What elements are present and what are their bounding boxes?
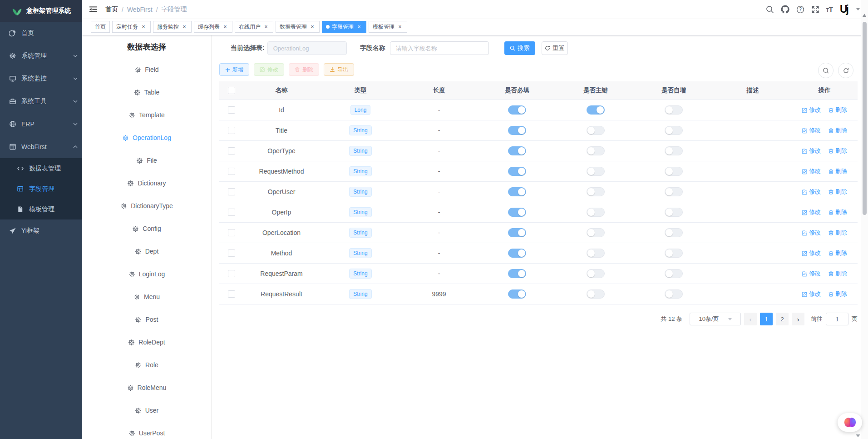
tree-item-loginlog[interactable]: LoginLog [82,263,211,285]
sidebar-item-home[interactable]: 首页 [0,22,82,45]
close-icon[interactable]: × [140,24,147,30]
delete-link[interactable]: 删除 [828,249,847,257]
tree-item-post[interactable]: Post [82,308,211,331]
sidebar-item-system-admin[interactable]: 系统管理 [0,45,82,67]
tab-home[interactable]: 首页 [91,21,110,33]
primary-key-toggle[interactable] [587,269,605,278]
edit-link[interactable]: 修改 [802,106,821,114]
tab-template-mgmt[interactable]: 模板管理 × [369,21,407,33]
tab-cron-task[interactable]: 定时任务 × [112,21,151,33]
goto-page-input[interactable] [826,313,848,325]
github-icon[interactable] [781,5,789,14]
sidebar-item-field-mgmt[interactable]: 字段管理 [0,179,82,199]
tree-item-userpost[interactable]: UserPost [82,422,211,439]
primary-key-toggle[interactable] [587,167,605,176]
auto-increment-toggle[interactable] [665,228,683,237]
tab-cache-list[interactable]: 缓存列表 × [194,21,232,33]
row-checkbox[interactable] [228,168,235,175]
required-toggle[interactable] [508,208,526,217]
page-scrollbar[interactable] [861,0,868,439]
edit-link[interactable]: 修改 [802,290,821,298]
current-table-input[interactable] [267,41,347,55]
table-search-button[interactable] [818,63,833,78]
sidebar-item-system-monitor[interactable]: 系统监控 [0,67,82,90]
add-button[interactable]: 新增 [219,63,249,76]
delete-link[interactable]: 删除 [828,126,847,135]
table-refresh-button[interactable] [838,63,853,78]
sidebar-item-template-mgmt[interactable]: 模板管理 [0,199,82,220]
edit-link[interactable]: 修改 [802,126,821,135]
hamburger-icon[interactable] [89,5,98,13]
tree-item-roledept[interactable]: RoleDept [82,331,211,354]
delete-link[interactable]: 删除 [828,208,847,216]
primary-key-toggle[interactable] [587,146,605,155]
delete-link[interactable]: 删除 [828,188,847,196]
required-toggle[interactable] [508,167,526,176]
required-toggle[interactable] [508,228,526,237]
page-size-select[interactable]: 10条/页 [690,313,741,325]
page-button-2[interactable]: 2 [776,313,789,325]
delete-link[interactable]: 删除 [828,106,847,114]
primary-key-toggle[interactable] [587,249,605,258]
delete-button[interactable]: 删除 [289,63,319,76]
page-button-1[interactable]: 1 [760,313,773,325]
primary-key-toggle[interactable] [587,208,605,217]
required-toggle[interactable] [508,187,526,196]
close-icon[interactable]: × [397,24,403,30]
row-checkbox[interactable] [228,270,235,277]
sidebar-item-erp[interactable]: ERP [0,113,82,135]
required-toggle[interactable] [508,126,526,135]
help-icon[interactable]: ? [796,5,804,14]
primary-key-toggle[interactable] [587,105,605,115]
row-checkbox[interactable] [228,249,235,257]
breadcrumb-home[interactable]: 首页 [105,5,118,14]
edit-link[interactable]: 修改 [802,269,821,278]
required-toggle[interactable] [508,146,526,155]
auto-increment-toggle[interactable] [665,289,683,299]
edit-link[interactable]: 修改 [802,188,821,196]
edit-button[interactable]: 修改 [254,63,284,76]
required-toggle[interactable] [508,289,526,299]
tree-item-operationlog[interactable]: OperationLog [82,126,211,149]
primary-key-toggle[interactable] [587,187,605,196]
tab-table-mgmt[interactable]: 数据表管理 × [276,21,320,33]
font-size-icon[interactable]: TT [826,6,833,13]
row-checkbox[interactable] [228,147,235,155]
required-toggle[interactable] [508,249,526,258]
auto-increment-toggle[interactable] [665,126,683,135]
tab-field-mgmt[interactable]: 字段管理 × [322,21,366,33]
tree-item-file[interactable]: File [82,149,211,172]
reset-button[interactable]: 重置 [542,41,568,55]
tree-item-menu[interactable]: Menu [82,285,211,308]
row-checkbox[interactable] [228,290,235,298]
tree-item-dictionary[interactable]: Dictionary [82,172,211,195]
row-checkbox[interactable] [228,229,235,236]
primary-key-toggle[interactable] [587,126,605,135]
row-checkbox[interactable] [228,209,235,216]
tab-server-monitor[interactable]: 服务监控 × [153,21,192,33]
tree-item-rolemenu[interactable]: RoleMenu [82,376,211,399]
edit-link[interactable]: 修改 [802,229,821,237]
row-checkbox[interactable] [228,188,235,195]
row-checkbox[interactable] [228,106,235,114]
required-toggle[interactable] [508,105,526,115]
auto-increment-toggle[interactable] [665,167,683,176]
scrollbar-thumb[interactable] [863,22,867,215]
tree-item-role[interactable]: Role [82,354,211,376]
sidebar-item-webfirst[interactable]: WebFirst [0,135,82,158]
auto-increment-toggle[interactable] [665,249,683,258]
edit-link[interactable]: 修改 [802,249,821,257]
collapse-caret-icon[interactable] [856,434,860,437]
search-button[interactable]: 搜索 [504,41,535,55]
close-icon[interactable]: × [309,24,316,30]
tree-item-template[interactable]: Template [82,104,211,126]
close-icon[interactable]: × [356,24,362,30]
sidebar-item-yi-framework[interactable]: Yi框架 [0,220,82,242]
tree-item-dictionarytype[interactable]: DictionaryType [82,195,211,217]
edit-link[interactable]: 修改 [802,147,821,155]
tree-item-config[interactable]: Config [82,217,211,240]
delete-link[interactable]: 删除 [828,290,847,298]
auto-increment-toggle[interactable] [665,146,683,155]
row-checkbox[interactable] [228,127,235,134]
tree-item-dept[interactable]: Dept [82,240,211,263]
